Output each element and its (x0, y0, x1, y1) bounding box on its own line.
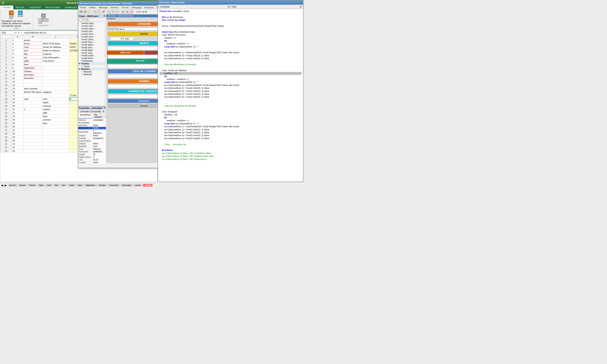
prop-value-14[interactable]: 24,15 (92, 158, 106, 161)
cell-a29[interactable]: 29 (12, 135, 24, 139)
uf-day-combo[interactable]: 17 (108, 37, 123, 40)
menu-format[interactable]: Format (120, 6, 130, 9)
cell-b27[interactable] (24, 128, 42, 132)
cell-c22[interactable]: taille (42, 111, 69, 115)
cell-b32[interactable] (24, 146, 42, 149)
cell-b6[interactable]: juin (24, 56, 42, 59)
cell-a14[interactable]: 14 (12, 83, 24, 87)
cell-b20[interactable] (24, 104, 42, 108)
cell-c25[interactable]: lieux (42, 121, 69, 125)
cell-a32[interactable]: 32 (12, 146, 24, 149)
cell-a8[interactable]: 8 (12, 63, 24, 66)
cell-c7[interactable]: Frais Divers (42, 59, 69, 63)
name-box[interactable] (1, 31, 13, 34)
cell-c26[interactable] (42, 125, 69, 128)
tab-fichier[interactable]: FICHIER (0, 6, 13, 9)
tree-item-feuil13[interactable]: 📄Feuil13 (Dé... (78, 30, 105, 33)
project-folder-btn[interactable]: 📁 (82, 18, 86, 21)
cell-c18[interactable]: mois (42, 97, 69, 101)
tab-mise-en-page[interactable]: MISE EN PAGE (43, 6, 63, 9)
prop-value-12[interactable]: 24 (92, 153, 106, 156)
prop-value-2[interactable]: False (92, 124, 106, 127)
code-event-dropdown[interactable]: Click (231, 5, 303, 8)
tree-item-feuil8[interactable]: 📄Feuil8 (Juille... (78, 54, 105, 57)
vba-paste-btn[interactable]: 📌 (102, 10, 105, 14)
prop-value-0[interactable]: cmbvalider (92, 118, 106, 121)
cell-b18[interactable]: mars (24, 97, 42, 101)
tree-item-feuil3[interactable]: 📄Feuil3 (Févr... (78, 41, 105, 43)
menu-affichage[interactable]: Affichage (97, 6, 109, 9)
cell-b4[interactable]: avril (24, 49, 42, 52)
cell-c3[interactable]: Ventes de Tableaux (42, 45, 69, 49)
col-header-b[interactable]: B (24, 35, 42, 39)
cell-b2[interactable]: février (24, 42, 42, 45)
vba-copy-btn[interactable]: 📋 (97, 10, 101, 14)
cell-c9[interactable] (42, 66, 69, 70)
prop-value-6[interactable]: Enregistrer (92, 137, 106, 140)
menu-insertion[interactable]: Insertion (109, 6, 120, 9)
tree-item-feuil15[interactable]: 📄Feuil15 (con... (78, 35, 105, 38)
prop-value-5[interactable]: False (92, 134, 106, 137)
cell-a9[interactable]: 9 (12, 66, 24, 70)
col-header-c[interactable]: C (42, 35, 69, 39)
cell-a20[interactable]: 20 (12, 104, 24, 108)
vba-add-btn[interactable]: ➕ (83, 10, 87, 14)
tab-accueil[interactable]: ACCUEIL (13, 6, 27, 9)
prop-value-11[interactable]: &H80000... (92, 150, 106, 153)
cell-c11[interactable] (42, 73, 69, 77)
cell-b33[interactable] (24, 149, 42, 153)
cell-c1[interactable] (42, 39, 69, 42)
tree-item-module1[interactable]: 📝Module1 (80, 70, 105, 73)
tree-item-feuil6[interactable]: 📄Feuil6 (Mai) (78, 49, 105, 52)
project-view-btn[interactable]: 📄 (79, 18, 82, 21)
cell-a7[interactable]: 7 (12, 59, 24, 63)
cell-a25[interactable]: 25 (12, 121, 24, 125)
cell-b12[interactable]: Décembre (24, 77, 42, 80)
cell-a24[interactable]: 24 (12, 118, 24, 121)
prop-value-4[interactable]: 1 - fmBackS... (92, 129, 106, 134)
cell-b19[interactable] (24, 101, 42, 104)
vba-find-btn[interactable]: 🔍 (107, 10, 111, 14)
cell-c28[interactable] (42, 132, 69, 135)
cell-c33[interactable] (42, 149, 69, 153)
tab-insertion[interactable]: INSERTION (27, 6, 43, 9)
cell-c12[interactable] (42, 77, 69, 80)
cell-c27[interactable] (42, 128, 69, 132)
tree-item-feuil4[interactable]: 📄Feuil4 (Mars... (78, 43, 105, 46)
macros-button[interactable]: ▶ Macros (16, 10, 25, 19)
cell-c10[interactable] (42, 70, 69, 73)
cell-b8[interactable]: Aout (24, 63, 42, 66)
cell-a30[interactable]: 30 (12, 139, 24, 142)
cell-b29[interactable] (24, 135, 42, 139)
cell-a12[interactable]: 12 (12, 77, 24, 80)
cell-c23[interactable]: titres (42, 115, 69, 118)
code-object-dropdown[interactable]: cmbvalider (159, 5, 231, 8)
cell-b26[interactable] (24, 125, 42, 128)
prop-value-13[interactable]: 0 (92, 156, 106, 158)
prop-value-3[interactable]: &H80... (92, 127, 106, 129)
project-close-icon[interactable]: ✕ (103, 15, 105, 17)
cell-a23[interactable]: 23 (12, 115, 24, 118)
vba-cut-btn[interactable]: ✂ (93, 10, 97, 14)
cell-c17[interactable] (42, 94, 69, 97)
cell-b5[interactable]: Mai (24, 52, 42, 56)
cell-c24[interactable]: sommes (42, 118, 69, 121)
cell-a18[interactable]: 18 (12, 97, 24, 101)
properties-close-icon[interactable]: ✕ (103, 107, 105, 109)
vba-redo-btn[interactable]: ↪ (116, 10, 119, 14)
tree-item-feuil5[interactable]: 📄Feuil5 (Avri... (78, 46, 105, 49)
tree-item-feuil14[interactable]: 📄Feuil14 (ann... (78, 33, 105, 35)
cell-b3[interactable]: mars (24, 45, 42, 49)
vba-stop-btn[interactable]: ■ (129, 10, 133, 14)
cell-b23[interactable] (24, 115, 42, 118)
cell-a1[interactable]: 1 (12, 39, 24, 42)
cell-a16[interactable]: 16 (12, 90, 24, 94)
vba-pause-btn[interactable]: ⏸ (125, 10, 129, 14)
cell-c31[interactable] (42, 142, 69, 146)
tree-item-feuil2[interactable]: 📄Feuil2 (Janv... (78, 38, 105, 41)
visual-basic-button[interactable]: VB VisualBasic (8, 10, 15, 19)
tree-item-feuil11[interactable]: 📄Feuil11 (Oct... (78, 25, 105, 27)
prop-value-15[interactable]: False (92, 161, 106, 164)
props-tab-alpha[interactable]: Alphabétique (78, 113, 92, 118)
cell-c13[interactable] (42, 80, 69, 83)
